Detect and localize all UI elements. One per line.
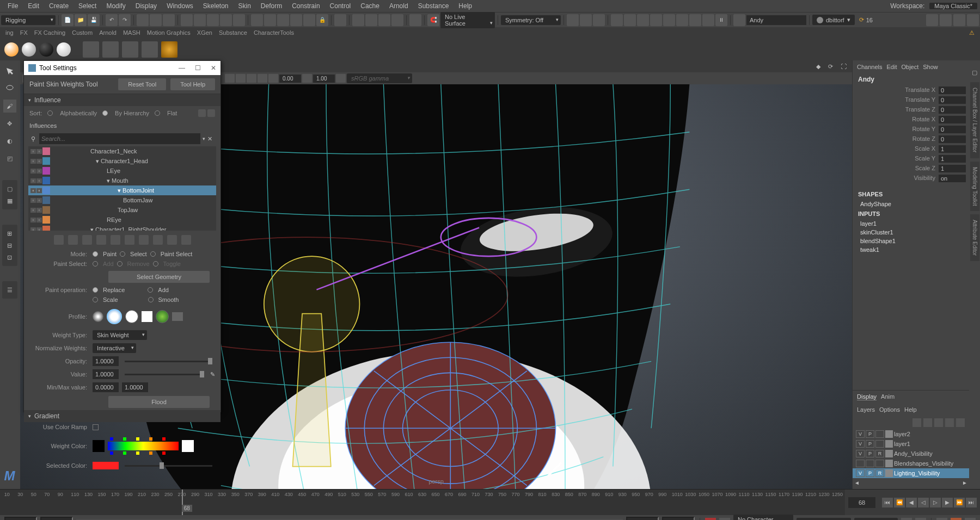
toggle-icon-1[interactable] (567, 14, 579, 26)
cb-tab-object[interactable]: Object (901, 64, 918, 70)
influence-color[interactable] (42, 206, 50, 214)
profile-browse-icon[interactable] (172, 312, 183, 321)
lock-toggle[interactable]: ▫ (30, 198, 36, 203)
radio[interactable] (102, 110, 108, 116)
shelf-tab[interactable]: Substance (219, 29, 247, 36)
right-panel-icon-3[interactable] (953, 14, 965, 26)
max-value-field[interactable] (122, 382, 148, 392)
step-back-icon[interactable]: ◀ (906, 498, 917, 507)
editor-icon-7[interactable] (689, 14, 701, 26)
vp-colorspace-dropdown[interactable]: sRGB gamma (347, 73, 412, 83)
inf-tool-icon[interactable] (181, 235, 191, 245)
window-minimize-icon[interactable]: — (179, 64, 185, 72)
cb-tab-edit[interactable]: Edit (886, 64, 897, 70)
layer-color-swatch[interactable] (885, 440, 893, 448)
layer-color-swatch[interactable] (885, 469, 893, 477)
range-end2-field[interactable] (662, 517, 695, 520)
radio[interactable] (148, 287, 153, 293)
lock-toggle[interactable]: ▫ (30, 218, 36, 222)
filter-icon[interactable]: ⚲ (29, 135, 37, 143)
select-component-icon[interactable] (163, 14, 175, 26)
tool-help-button[interactable]: Tool Help (170, 78, 215, 90)
layer-item[interactable]: VPlayer2 (853, 429, 969, 439)
shelf-tab[interactable]: Motion Graphics (147, 29, 191, 36)
attr-value[interactable]: 1 (939, 145, 966, 153)
history-icon[interactable] (334, 14, 346, 26)
influence-item[interactable]: ▫▫LEye (28, 166, 216, 176)
pref2-icon[interactable]: ⚙ (965, 518, 976, 520)
profile-custom[interactable] (156, 310, 169, 323)
toggle-icon-2[interactable] (580, 14, 592, 26)
menu-skeleton[interactable]: Skeleton (198, 2, 234, 10)
attr-value[interactable]: 0 (939, 135, 966, 143)
ramp-handle[interactable] (149, 451, 152, 455)
mode-opt[interactable]: Paint Select (161, 251, 193, 257)
influence-color[interactable] (42, 177, 50, 184)
input-link[interactable]: tweak1 (853, 245, 969, 254)
influence-item[interactable]: ▫▫TopJaw (28, 205, 216, 215)
object-name[interactable]: Andy (853, 73, 969, 85)
radio[interactable] (150, 251, 156, 257)
normalize-dropdown[interactable]: Interactive (93, 343, 136, 353)
vp-misc-icon[interactable] (236, 74, 246, 83)
lock-toggle[interactable]: ▫ (36, 198, 42, 203)
shelf-tab[interactable]: Custom (72, 29, 93, 36)
menu-display[interactable]: Display (131, 2, 162, 10)
po-opt[interactable]: Scale (103, 296, 118, 303)
range-start2-field[interactable] (40, 517, 73, 520)
layer-item[interactable]: VPRLighting_Visibility (853, 468, 969, 478)
snap-curve-icon[interactable] (264, 14, 276, 26)
flood-button[interactable]: Flood (108, 396, 210, 408)
vert-tab-modeling[interactable]: Modeling Toolkit (970, 162, 979, 212)
gradient-section-header[interactable]: Gradient (24, 410, 220, 422)
layer-vis-toggle[interactable]: V (856, 450, 865, 457)
lock-toggle[interactable]: ▫ (30, 178, 36, 183)
attr-value[interactable]: 0 (939, 116, 966, 123)
sort-option[interactable]: Flat (167, 110, 177, 116)
layer-playback-toggle[interactable]: P (866, 440, 874, 448)
sort-option[interactable]: Alphabetically (60, 110, 97, 116)
layer-move-down-icon[interactable] (923, 418, 932, 427)
ramp-handle[interactable] (110, 451, 113, 455)
vp-misc-icon[interactable] (225, 74, 235, 83)
vp-colorspace-icon[interactable] (336, 74, 346, 83)
layer-playback-toggle[interactable] (866, 460, 874, 467)
shelf-material-icon[interactable] (57, 42, 71, 57)
undo-icon[interactable]: ↶ (106, 14, 118, 26)
layer-playback-toggle[interactable]: P (866, 450, 874, 457)
value-field[interactable] (93, 369, 119, 379)
shelf-material-icon[interactable] (39, 42, 53, 57)
po-opt[interactable]: Add (158, 287, 169, 293)
right-panel-icon-4[interactable] (967, 14, 979, 26)
shelf-tab[interactable]: MASH (123, 29, 140, 36)
layout-icon[interactable] (409, 14, 421, 26)
layer-move-up-icon[interactable] (912, 418, 921, 427)
vp-misc-icon[interactable] (268, 74, 278, 83)
render-icon[interactable] (352, 14, 364, 26)
influence-item[interactable]: ▫▫Character1_Neck (28, 146, 216, 156)
inf-tool-icon[interactable] (54, 235, 64, 245)
shelf-tab[interactable]: FX (20, 29, 28, 36)
input-link[interactable]: skinCluster1 (853, 228, 969, 237)
radio[interactable] (93, 297, 98, 302)
lock-toggle[interactable]: ▫ (36, 227, 42, 231)
lock-toggle[interactable]: ▫ (30, 169, 36, 174)
attr-value[interactable]: 1 (939, 155, 966, 163)
layer-menu-options[interactable]: Options (879, 406, 900, 413)
ramp-handle[interactable] (123, 451, 126, 455)
vert-tab-attribute[interactable]: Attribute Editor (970, 214, 979, 261)
layer-item[interactable]: VPRAndy_Visibility (853, 449, 969, 459)
editor-icon-5[interactable] (663, 14, 675, 26)
editor-icon-3[interactable] (637, 14, 649, 26)
influence-color[interactable] (42, 147, 50, 155)
min-value-field[interactable] (93, 382, 119, 392)
menu-arnold[interactable]: Arnold (384, 2, 413, 10)
mode-opt[interactable]: Select (130, 251, 147, 257)
profile-square[interactable] (142, 311, 152, 322)
inf-tool-icon[interactable] (139, 235, 149, 245)
range-end-field[interactable] (626, 517, 659, 520)
select-uv-icon[interactable] (220, 14, 232, 26)
shelf-tab[interactable]: CharacterTools (254, 29, 294, 36)
weight-color-white[interactable] (182, 440, 194, 452)
shelf-material-icon[interactable] (22, 42, 36, 57)
